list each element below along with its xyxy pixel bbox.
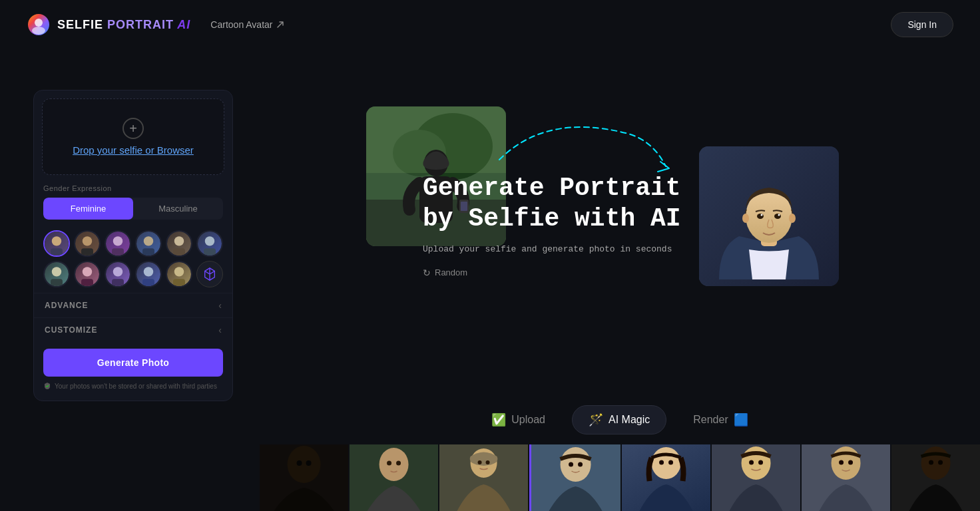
- avatar-item[interactable]: [105, 261, 131, 287]
- svg-point-7: [113, 236, 122, 246]
- svg-point-74: [929, 460, 933, 465]
- svg-point-67: [758, 460, 763, 465]
- header: SELFIE PORTRAIT AI Cartoon Avatar Sign I…: [0, 0, 980, 49]
- avatar-item[interactable]: [166, 261, 192, 287]
- avatar-item[interactable]: [43, 261, 70, 287]
- svg-rect-14: [204, 248, 216, 256]
- advance-section[interactable]: ADVANCE ‹: [34, 293, 232, 317]
- customize-label: CUSTOMIZE: [45, 325, 97, 335]
- svg-point-9: [144, 236, 153, 246]
- upload-area[interactable]: + Drop your selfie or Browser: [42, 98, 224, 175]
- arrow-decoration: [493, 106, 672, 186]
- svg-rect-22: [142, 279, 154, 286]
- svg-point-45: [297, 460, 302, 466]
- svg-point-66: [749, 460, 754, 465]
- svg-point-61: [651, 447, 680, 479]
- svg-point-59: [578, 462, 583, 467]
- generate-photo-button[interactable]: Generate Photo: [43, 349, 223, 377]
- sign-in-button[interactable]: Sign In: [891, 12, 953, 37]
- ai-magic-tab-label: AI Magic: [609, 414, 650, 426]
- left-panel: + Drop your selfie or Browser Gender Exp…: [33, 90, 233, 401]
- avatar-item[interactable]: [135, 261, 162, 287]
- bottom-tabs: ✅ Upload 🪄 AI Magic Render 🟦: [260, 405, 980, 434]
- avatar-face: [75, 232, 99, 256]
- avatar-3d-icon[interactable]: [196, 261, 223, 287]
- privacy-note: Your photos won't be stored or shared wi…: [34, 377, 232, 390]
- masculine-button[interactable]: Masculine: [133, 198, 223, 220]
- svg-point-23: [174, 267, 184, 276]
- svg-point-71: [848, 460, 853, 465]
- hero-text-area: Generate Portraitby Selfie with AI Uploa…: [423, 173, 689, 278]
- gallery-item: [350, 444, 438, 511]
- logo-icon: [27, 13, 51, 37]
- advance-label: ADVANCE: [45, 301, 88, 310]
- svg-rect-12: [173, 248, 185, 256]
- avatar-item[interactable]: [135, 230, 162, 257]
- gallery-item: [891, 444, 980, 511]
- avatar-item[interactable]: [43, 230, 70, 257]
- tab-upload[interactable]: ✅ Upload: [491, 413, 545, 427]
- gender-section: Gender Expression Feminine Masculine: [34, 175, 232, 225]
- svg-rect-16: [51, 279, 63, 286]
- svg-point-54: [486, 460, 490, 464]
- gallery-item: [529, 444, 620, 511]
- svg-rect-20: [112, 279, 124, 286]
- svg-rect-8: [112, 248, 124, 256]
- svg-point-50: [396, 461, 401, 466]
- random-button[interactable]: ↻ Random: [423, 267, 467, 278]
- cube-icon: [202, 267, 217, 281]
- svg-rect-4: [51, 248, 63, 256]
- upload-emoji: ✅: [491, 413, 506, 427]
- svg-point-73: [921, 446, 950, 480]
- avatar-face: [45, 232, 69, 256]
- render-emoji: 🟦: [734, 413, 748, 427]
- svg-point-44: [288, 446, 321, 483]
- avatar-face: [136, 262, 160, 286]
- svg-point-75: [938, 460, 943, 465]
- external-link-icon: [276, 21, 284, 29]
- gallery-item: [622, 444, 710, 511]
- svg-point-70: [839, 460, 844, 465]
- svg-point-48: [379, 448, 409, 481]
- svg-point-1: [35, 19, 43, 27]
- svg-point-38: [774, 214, 781, 219]
- svg-point-57: [561, 447, 591, 482]
- svg-rect-18: [81, 279, 93, 286]
- customize-chevron: ‹: [218, 325, 222, 335]
- avatar-item[interactable]: [74, 230, 101, 257]
- svg-point-63: [668, 460, 673, 465]
- svg-point-21: [144, 267, 153, 276]
- svg-point-58: [569, 462, 573, 467]
- svg-point-5: [83, 236, 92, 246]
- svg-point-39: [761, 214, 763, 216]
- avatar-face: [136, 232, 160, 256]
- svg-point-41: [742, 214, 749, 223]
- avatar-face: [198, 232, 222, 256]
- tab-render[interactable]: Render 🟦: [693, 413, 748, 427]
- browser-link[interactable]: Browser: [157, 144, 194, 156]
- gallery-item: [260, 444, 348, 511]
- avatar-item[interactable]: [166, 230, 192, 257]
- avatar-face: [75, 262, 99, 286]
- avatar-grid: [34, 225, 232, 293]
- result-portrait-image: [699, 146, 839, 286]
- avatar-item[interactable]: [105, 230, 131, 257]
- gender-label: Gender Expression: [43, 184, 223, 192]
- svg-point-46: [306, 460, 312, 466]
- avatar-face: [167, 262, 191, 286]
- avatar-face: [45, 262, 69, 286]
- avatar-item[interactable]: [74, 261, 101, 287]
- cartoon-avatar-link[interactable]: Cartoon Avatar: [210, 19, 284, 30]
- advance-chevron: ‹: [218, 300, 222, 311]
- svg-point-49: [387, 461, 391, 466]
- avatar-face: [106, 232, 130, 256]
- tab-ai-magic[interactable]: 🪄 AI Magic: [572, 405, 666, 434]
- hero-subtitle: Upload your selfie and generate photo in…: [423, 243, 689, 257]
- result-portrait-inner: [699, 146, 839, 286]
- feminine-button[interactable]: Feminine: [43, 198, 133, 220]
- customize-section[interactable]: CUSTOMIZE ‹: [34, 317, 232, 342]
- svg-point-42: [789, 214, 796, 223]
- svg-point-17: [83, 267, 92, 276]
- avatar-item[interactable]: [196, 230, 223, 257]
- svg-point-19: [113, 267, 122, 276]
